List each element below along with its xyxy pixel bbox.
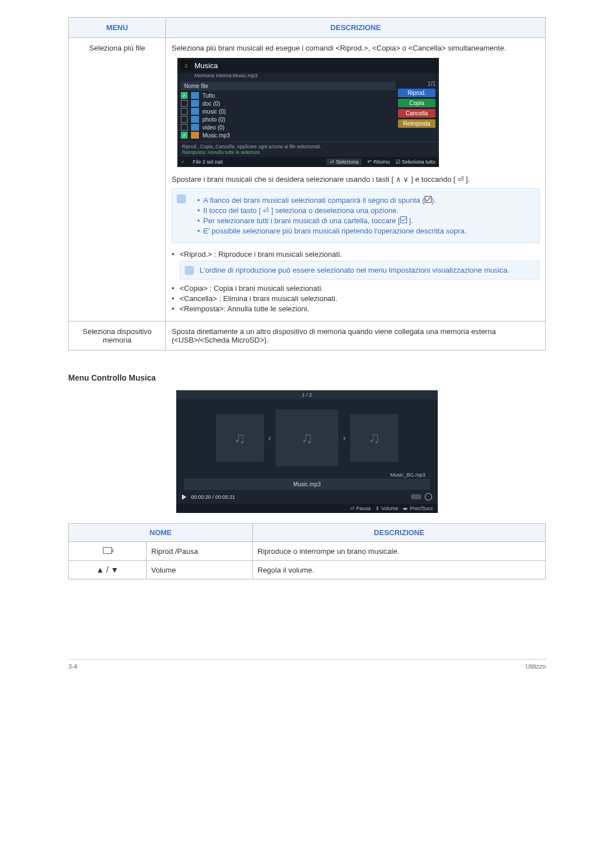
- foot-prec: ◂▸ Prec/Succ: [403, 506, 433, 511]
- li-riprod: <Riprod.> : Riproduce i brani musicali s…: [172, 250, 540, 258]
- th-desc: DESCRIZIONE: [166, 18, 546, 38]
- checkmark-icon: [425, 196, 432, 203]
- shot-path: Memoria interna:Music.mp3: [177, 73, 439, 80]
- checkbox-icon: [181, 100, 188, 107]
- checkbox-icon: ✓: [181, 132, 188, 139]
- select-all-icon: [400, 216, 407, 223]
- riprod-button: Riprod.: [398, 89, 435, 97]
- folder-icon: [191, 92, 199, 99]
- checkbox-icon: ✓: [181, 92, 188, 99]
- foot-volume: ⇕ Volume: [375, 506, 399, 511]
- current-track-name: Music.mp3: [184, 479, 430, 490]
- album-art-current: ♫: [276, 410, 338, 466]
- chevron-left-icon: ‹: [268, 433, 271, 443]
- music-selection-screenshot: ♫ Musica Memoria interna:Music.mp3 Nome …: [177, 58, 439, 167]
- foot-seleziona: ⏎ Seleziona: [326, 158, 362, 165]
- menu-label-2: Seleziona dispositivo memoria: [69, 322, 166, 350]
- li-copia: <Copia> : Copia i brani musicali selezio…: [172, 284, 540, 293]
- folder-icon: [191, 100, 199, 107]
- album-art-next: ♫: [350, 414, 398, 462]
- bulb-icon: [177, 194, 186, 203]
- tips-box: •A fianco dei brani musicali selezionati…: [172, 188, 540, 243]
- desc-volume: Regola il volume.: [253, 561, 546, 579]
- copia-button: Copia: [398, 99, 435, 107]
- folder-icon: [191, 116, 199, 123]
- shot-note2: Reimposta: Annulla tutte le selezioni.: [182, 149, 434, 155]
- play-icon: [182, 494, 186, 500]
- shot-title: Musica: [194, 61, 218, 70]
- file-icon: [191, 132, 199, 139]
- updown-symbol: ▲ / ▼: [69, 561, 147, 579]
- foot-ritorno: ↶ Ritorno: [367, 159, 390, 165]
- badge-icon: [411, 494, 421, 499]
- checkbox-icon: [181, 108, 188, 115]
- footer-right: Utilizzo: [526, 663, 546, 670]
- th-nome: NOME: [69, 524, 253, 542]
- checkbox-icon: [181, 116, 188, 123]
- desc-cell: Seleziona più brani musicali ed esegue i…: [166, 38, 546, 322]
- time-display: 00:00:20 / 00:05:21: [191, 494, 235, 500]
- cancella-button: Cancella: [398, 109, 435, 118]
- control-table: NOME DESCRIZIONE Riprod./Pausa Riproduce…: [68, 523, 546, 579]
- reimposta-button: Reimposta: [398, 119, 435, 128]
- folder-icon: [191, 124, 199, 131]
- music-control-screenshot: 1 / 2 ♫ ‹ ♫ › ♫ Music_BG.mp3 Music.mp3 0…: [176, 390, 438, 513]
- next-track-label: Music_BG.mp3: [176, 471, 438, 479]
- page-indicator: 1 / 2: [176, 390, 438, 399]
- desc-riprod: Riproduce o interrompe un brano musicale…: [253, 542, 546, 561]
- page-indicator: 1/1: [398, 81, 435, 87]
- loop-icon: [425, 493, 432, 500]
- album-art-prev: ♫: [216, 414, 264, 462]
- bulb-icon: [185, 266, 194, 275]
- move-instruction: Spostare i brani musicali che si desider…: [172, 175, 540, 183]
- foot-pausa: ⏎ Pausa: [350, 506, 371, 511]
- li-reimposta: <Reimposta>: Annulla tutte le selezioni.: [172, 304, 540, 313]
- foot-seltutto: ☑ Seleziona tutto: [396, 159, 435, 165]
- menu-description-table: MENU DESCRIZIONE Seleziona più file Sele…: [68, 17, 546, 350]
- th-menu: MENU: [69, 18, 166, 38]
- enter-symbol: [69, 542, 147, 561]
- desc-2: Sposta direttamente a un altro dispositi…: [166, 322, 546, 350]
- checkbox-icon: [181, 124, 188, 131]
- chevron-right-icon: ›: [343, 433, 346, 443]
- section-title: Menu Controllo Musica: [68, 373, 546, 382]
- name-riprod: Riprod./Pausa: [147, 542, 253, 561]
- folder-icon: [191, 108, 199, 115]
- check-icon: ✓: [181, 159, 185, 165]
- page-footer: 3-4 Utilizzo: [68, 659, 546, 681]
- li-cancella: <Cancella> : Elimina i brani musicali se…: [172, 294, 540, 303]
- th-desc2: DESCRIZIONE: [253, 524, 546, 542]
- shot-note1: Riprod., Copia, Cancella: Applicare ogni…: [182, 144, 434, 149]
- name-volume: Volume: [147, 561, 253, 579]
- intro-text: Seleziona più brani musicali ed esegue i…: [172, 44, 540, 52]
- nome-file-header: Nome file: [181, 82, 396, 90]
- footer-left: 3-4: [68, 663, 77, 670]
- music-icon: ♫: [181, 60, 191, 70]
- menu-label: Seleziona più file: [69, 38, 166, 322]
- note-box: L'ordine di riproduzione può essere sele…: [180, 261, 540, 279]
